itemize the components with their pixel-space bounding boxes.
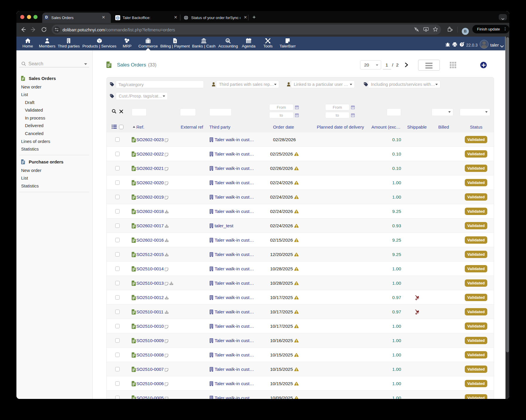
svg-text:$: $ <box>174 40 176 43</box>
svg-text:Q: Q <box>227 39 229 42</box>
svg-text:?: ? <box>461 43 463 46</box>
